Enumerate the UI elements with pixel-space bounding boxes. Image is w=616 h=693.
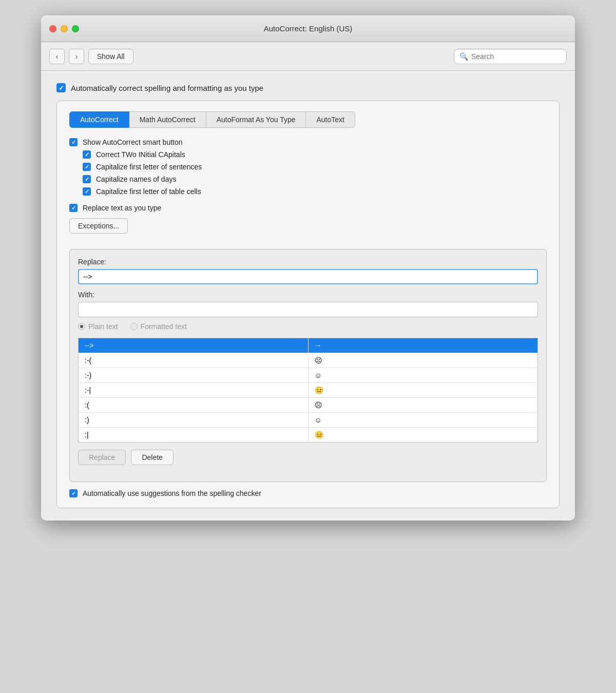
- radio-formatted-label: Formatted text: [141, 322, 187, 331]
- table-to-cell: ☹: [308, 353, 538, 368]
- toolbar: ‹ › Show All 🔍: [41, 42, 575, 71]
- table-row[interactable]: :-|😐: [79, 383, 538, 398]
- with-label: With:: [78, 291, 538, 299]
- maximize-button[interactable]: [72, 25, 79, 32]
- radio-row: Plain text Formatted text: [78, 322, 538, 331]
- table-to-cell: 😐: [308, 428, 538, 442]
- names-days-checkbox[interactable]: ✓: [83, 175, 91, 183]
- delete-button[interactable]: Delete: [131, 450, 173, 465]
- window-title: AutoCorrect: English (US): [264, 24, 353, 33]
- table-row[interactable]: :)☺: [79, 413, 538, 428]
- spelling-checker-row: ✓ Automatically use suggestions from the…: [69, 489, 547, 497]
- search-input[interactable]: [471, 52, 561, 61]
- table-row[interactable]: :-)☺: [79, 368, 538, 383]
- two-initial-label: Correct TWo INitial CApitals: [96, 150, 185, 159]
- options-group: ✓ Show AutoCorrect smart button ✓ Correc…: [69, 138, 547, 196]
- with-input[interactable]: [78, 302, 538, 317]
- close-button[interactable]: [49, 25, 56, 32]
- table-cells-checkbox[interactable]: ✓: [83, 187, 91, 196]
- smart-button-label: Show AutoCorrect smart button: [83, 138, 183, 146]
- search-box: 🔍: [454, 49, 567, 64]
- table-row[interactable]: :|😐: [79, 428, 538, 442]
- checkmark-icon: ✓: [71, 140, 76, 145]
- option-two-initial: ✓ Correct TWo INitial CApitals: [83, 150, 547, 159]
- replace-section: Replace: With: Plain text Formatted text: [69, 249, 547, 482]
- search-icon: 🔍: [459, 52, 468, 61]
- tab-autoformat[interactable]: AutoFormat As You Type: [206, 111, 306, 128]
- table-row[interactable]: :(☹: [79, 398, 538, 413]
- table-from-cell: :-): [79, 368, 309, 383]
- smart-button-checkbox[interactable]: ✓: [69, 138, 78, 146]
- option-table-cells: ✓ Capitalize first letter of table cells: [83, 187, 547, 196]
- replace-text-row: ✓ Replace text as you type: [69, 204, 547, 212]
- tab-math-autocorrect[interactable]: Math AutoCorrect: [129, 111, 206, 128]
- table-to-cell: ☹: [308, 398, 538, 413]
- table-from-cell: -->: [79, 338, 309, 353]
- names-days-label: Capitalize names of days: [96, 175, 176, 183]
- table-to-cell: ☺: [308, 413, 538, 428]
- table-from-cell: :): [79, 413, 309, 428]
- spelling-checker-checkbox[interactable]: ✓: [69, 489, 78, 497]
- table-to-cell: 😐: [308, 383, 538, 398]
- traffic-lights: [49, 25, 79, 32]
- window: AutoCorrect: English (US) ‹ › Show All 🔍…: [41, 15, 575, 521]
- first-letter-checkbox[interactable]: ✓: [83, 163, 91, 171]
- back-button[interactable]: ‹: [49, 49, 65, 64]
- table-row[interactable]: -->→: [79, 338, 538, 353]
- checkmark-icon: ✓: [59, 85, 64, 91]
- exceptions-button[interactable]: Exceptions...: [69, 218, 128, 234]
- tab-autocorrect[interactable]: AutoCorrect: [69, 111, 129, 128]
- action-buttons: Replace Delete: [78, 450, 538, 465]
- checkmark-icon: ✓: [71, 491, 76, 496]
- spelling-checker-label: Automatically use suggestions from the s…: [83, 489, 261, 497]
- checkmark-icon: ✓: [85, 164, 89, 170]
- table-from-cell: :-(: [79, 353, 309, 368]
- radio-formatted-circle: [130, 323, 138, 330]
- minimize-button[interactable]: [61, 25, 68, 32]
- radio-plain[interactable]: Plain text: [78, 322, 118, 331]
- forward-button[interactable]: ›: [69, 49, 84, 64]
- first-letter-label: Capitalize first letter of sentences: [96, 163, 202, 171]
- replace-input[interactable]: [78, 269, 538, 284]
- replace-label: Replace:: [78, 258, 538, 266]
- option-first-letter: ✓ Capitalize first letter of sentences: [83, 163, 547, 171]
- table-to-cell: ☺: [308, 368, 538, 383]
- table-row[interactable]: :-( ☹: [79, 353, 538, 368]
- radio-plain-circle: [78, 323, 85, 330]
- checkmark-icon: ✓: [85, 152, 89, 158]
- checkmark-icon: ✓: [85, 177, 89, 182]
- auto-correct-label: Automatically correct spelling and forma…: [71, 84, 263, 92]
- content: ✓ Automatically correct spelling and for…: [41, 71, 575, 521]
- checkmark-icon: ✓: [85, 189, 89, 195]
- table-from-cell: :|: [79, 428, 309, 442]
- table-cells-label: Capitalize first letter of table cells: [96, 187, 201, 196]
- radio-formatted[interactable]: Formatted text: [130, 322, 187, 331]
- replace-button[interactable]: Replace: [78, 450, 126, 465]
- checkmark-icon: ✓: [71, 205, 76, 211]
- replace-table: -->→:-( ☹:-)☺:-|😐:(☹:)☺:|😐: [78, 338, 538, 442]
- auto-correct-checkbox-row: ✓ Automatically correct spelling and for…: [56, 83, 560, 92]
- option-names-days: ✓ Capitalize names of days: [83, 175, 547, 183]
- table-to-cell: →: [308, 338, 538, 353]
- tab-panel: AutoCorrect Math AutoCorrect AutoFormat …: [56, 101, 560, 508]
- titlebar: AutoCorrect: English (US): [41, 15, 575, 42]
- option-smart-button: ✓ Show AutoCorrect smart button: [69, 138, 547, 146]
- radio-plain-label: Plain text: [88, 322, 118, 331]
- table-from-cell: :-|: [79, 383, 309, 398]
- replace-text-label: Replace text as you type: [83, 204, 161, 212]
- two-initial-checkbox[interactable]: ✓: [83, 150, 91, 159]
- tab-autotext[interactable]: AutoText: [306, 111, 355, 128]
- replace-text-checkbox[interactable]: ✓: [69, 204, 78, 212]
- show-all-button[interactable]: Show All: [88, 49, 133, 64]
- auto-correct-checkbox[interactable]: ✓: [56, 83, 66, 92]
- table-from-cell: :(: [79, 398, 309, 413]
- tabs: AutoCorrect Math AutoCorrect AutoFormat …: [69, 111, 547, 128]
